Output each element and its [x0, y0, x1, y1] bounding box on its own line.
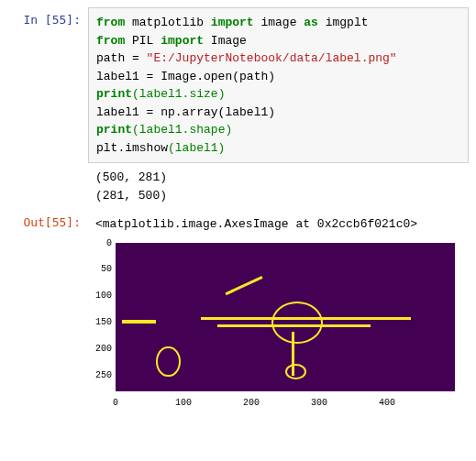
code-text: (label1.shape)	[132, 123, 232, 137]
kw-import: import	[161, 34, 204, 48]
builtin-print: print	[96, 87, 132, 101]
ytick-label: 0	[88, 237, 112, 247]
code-text: imgplt	[318, 16, 369, 29]
code-text: path =	[96, 51, 147, 65]
code-text: (label1.size)	[132, 87, 225, 101]
kw-from: from	[96, 34, 125, 48]
xtick-label: 300	[311, 398, 327, 408]
input-prompt: In [55]:	[7, 7, 88, 27]
mask-shape	[285, 364, 306, 379]
input-cell: In [55]: from matplotlib import image as…	[7, 7, 469, 163]
mask-shape	[271, 302, 323, 344]
code-editor[interactable]: from matplotlib import image as imgplt f…	[88, 7, 469, 163]
ytick-label: 50	[88, 264, 112, 274]
mask-shape	[122, 320, 156, 324]
plot-output: 0 50 100 150 200 250 0 100 200 300 400	[88, 243, 469, 408]
code-text: matplotlib	[125, 16, 211, 29]
code-text: Image	[204, 34, 247, 48]
plot-image	[116, 243, 455, 391]
stdout-text: (500, 281) (281, 500)	[88, 163, 469, 210]
output-prompt: Out[55]:	[7, 210, 88, 229]
xtick-label: 200	[243, 398, 260, 408]
builtin-print: print	[96, 123, 132, 137]
code-text: label1 = np.array(label1)	[96, 105, 275, 119]
empty-prompt	[7, 163, 88, 169]
string-literal: "E:/JupyterNotebook/data/label.png"	[147, 51, 397, 65]
plot-axes: 0 50 100 150 200 250 0 100 200 300 400	[88, 243, 455, 408]
code-text: plt.imshow	[96, 141, 168, 155]
code-text: PIL	[125, 34, 161, 48]
code-text: (label1)	[168, 141, 225, 155]
ytick-label: 100	[88, 291, 112, 301]
xtick-label: 100	[175, 398, 192, 408]
kw-from: from	[96, 16, 125, 29]
mask-shape	[226, 276, 263, 295]
stdout-cell: (500, 281) (281, 500)	[7, 163, 469, 210]
ytick-label: 200	[88, 343, 112, 353]
code-text: label1 = Image.open(path)	[96, 70, 275, 83]
code-text: image	[254, 16, 304, 29]
mask-shape	[156, 346, 180, 377]
ytick-label: 150	[88, 316, 112, 326]
xtick-label: 400	[379, 398, 395, 408]
xtick-label: 0	[113, 398, 118, 408]
ytick-label: 250	[88, 369, 112, 379]
output-repr: <matplotlib.image.AxesImage at 0x2ccb6f0…	[88, 210, 469, 239]
kw-as: as	[304, 16, 318, 29]
output-cell: Out[55]: <matplotlib.image.AxesImage at …	[7, 210, 469, 239]
kw-import: import	[211, 16, 254, 29]
